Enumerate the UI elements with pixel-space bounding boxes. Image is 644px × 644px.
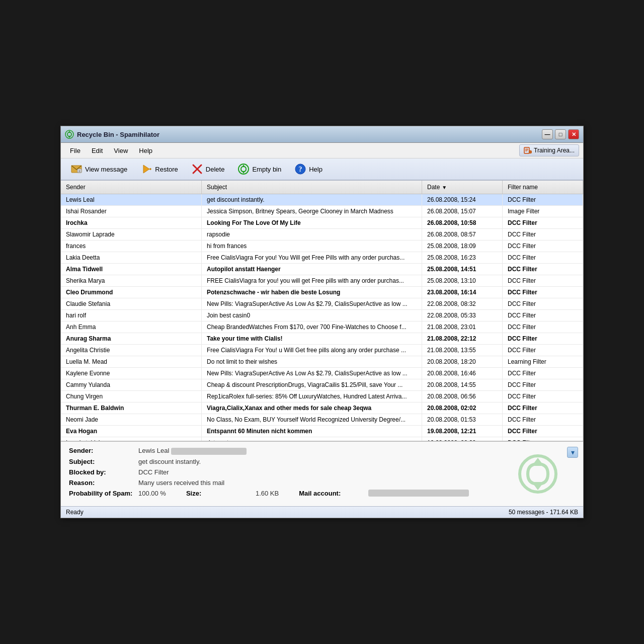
table-row[interactable]: Lennie tabish detcarat 19.08.2008, 08:30…	[61, 437, 583, 441]
size-item: Size: 1.60 KB	[186, 490, 279, 497]
recycle-bin-icon	[65, 130, 74, 139]
email-list-body[interactable]: Lewis Leal get discount instantly. 26.08…	[61, 194, 583, 441]
table-row[interactable]: Angelita Christie Free CialisViagra For …	[61, 345, 583, 356]
svg-marker-22	[532, 482, 544, 490]
svg-rect-3	[524, 147, 529, 153]
cell-date: 20.08.2008, 14:55	[422, 379, 503, 390]
cell-sender: Sherika Marya	[61, 275, 202, 286]
size-value: 1.60 KB	[256, 490, 279, 497]
header-date[interactable]: Date ▼	[422, 181, 503, 194]
cell-subject: Free CialisViagra For You! u Will Get fr…	[202, 345, 422, 356]
view-message-button[interactable]: View message	[65, 160, 133, 178]
table-row[interactable]: Lewis Leal get discount instantly. 26.08…	[61, 194, 583, 206]
cell-sender: Luella M. Mead	[61, 356, 202, 367]
reason-label: Reason:	[69, 479, 134, 487]
cell-sender: frances	[61, 240, 202, 252]
header-sender[interactable]: Sender	[61, 181, 202, 194]
cell-subject: get discount instantly.	[202, 194, 422, 205]
close-button[interactable]: ✕	[568, 129, 579, 139]
table-row[interactable]: Chung Virgen Rep1icaRolex full-series: 8…	[61, 391, 583, 403]
cell-date: 23.08.2008, 16:14	[422, 287, 503, 298]
cell-subject: New Pills: ViagraSuperActive As Low As $…	[202, 368, 422, 379]
cell-subject: rapsodie	[202, 229, 422, 240]
table-row[interactable]: Cleo Drummond Potenzschwache - wir haben…	[61, 287, 583, 298]
table-row[interactable]: Luella M. Mead Do not limit to their wis…	[61, 356, 583, 368]
cell-subject: Cheap BrandedWatches From $170, over 700…	[202, 321, 422, 333]
table-row[interactable]: Neomi Jade No Class, No Exam, BUY Yourse…	[61, 414, 583, 426]
header-subject[interactable]: Subject	[202, 181, 422, 194]
cell-date: 21.08.2008, 23:01	[422, 321, 503, 333]
menu-file[interactable]: File	[65, 145, 86, 156]
svg-marker-1	[68, 131, 71, 133]
table-row[interactable]: Ishai Rosander Jessica Simpson, Britney …	[61, 206, 583, 217]
cell-date: 20.08.2008, 01:53	[422, 414, 503, 425]
cell-sender: Thurman E. Baldwin	[61, 403, 202, 414]
view-message-label: View message	[85, 166, 127, 173]
table-row[interactable]: Cammy Yulanda Cheap & discount Prescript…	[61, 379, 583, 391]
view-message-icon	[70, 163, 83, 175]
cell-filter: DCC Filter	[503, 379, 583, 390]
reason-value: Many users received this mail	[138, 479, 224, 487]
table-row[interactable]: Sherika Marya FREE CialisViagra for you!…	[61, 275, 583, 287]
table-row[interactable]: hari rolf Join best casin0 22.08.2008, 0…	[61, 310, 583, 321]
restore-button[interactable]: Restore	[135, 160, 184, 178]
cell-subject: hi from frances	[202, 240, 422, 252]
cell-filter: DCC Filter	[503, 240, 583, 252]
blocked-by-label: Blocked by:	[69, 468, 134, 476]
cell-sender: Slawomir Laprade	[61, 229, 202, 240]
table-row[interactable]: Anurag Sharma Take your time with Cialis…	[61, 333, 583, 345]
cell-sender: Neomi Jade	[61, 414, 202, 425]
cell-date: 22.08.2008, 08:32	[422, 298, 503, 309]
cell-sender: Irochka	[61, 217, 202, 228]
table-row[interactable]: Kaylene Evonne New Pills: ViagraSuperAct…	[61, 368, 583, 379]
cell-subject: FREE CialisViagra for you! you will get …	[202, 275, 422, 286]
menu-bar: File Edit View Help Training Area...	[61, 143, 583, 158]
table-row[interactable]: Eva Hogan Entspannt 60 Minuten nicht kom…	[61, 426, 583, 437]
cell-filter: DCC Filter	[503, 426, 583, 437]
empty-bin-button[interactable]: Empty bin	[232, 160, 287, 178]
subject-value: get discount instantly.	[138, 458, 201, 465]
cell-filter: DCC Filter	[503, 368, 583, 379]
status-text: Ready	[66, 509, 84, 516]
cell-sender: Angelita Christie	[61, 345, 202, 356]
table-row[interactable]: Claudie Stefania New Pills: ViagraSuperA…	[61, 298, 583, 310]
delete-button[interactable]: Delete	[186, 160, 230, 178]
cell-sender: Alma Tidwell	[61, 264, 202, 275]
cell-subject: Looking For The Love Of My Life	[202, 217, 422, 228]
cell-filter: DCC Filter	[503, 437, 583, 441]
table-row[interactable]: Lakia Deetta Free CialisViagra For you! …	[61, 252, 583, 264]
help-button[interactable]: ? Help	[289, 160, 328, 178]
cell-date: 21.08.2008, 13:55	[422, 345, 503, 356]
menu-edit[interactable]: Edit	[87, 145, 108, 156]
cell-sender: Kaylene Evonne	[61, 368, 202, 379]
table-row[interactable]: Alma Tidwell Autopilot anstatt Haenger 2…	[61, 264, 583, 275]
cell-filter: Image Filter	[503, 206, 583, 217]
cell-filter: DCC Filter	[503, 414, 583, 425]
empty-bin-label: Empty bin	[252, 166, 281, 173]
expand-pane-button[interactable]: ▾	[567, 447, 578, 458]
table-row[interactable]: Anh Emma Cheap BrandedWatches From $170,…	[61, 321, 583, 333]
training-area-button[interactable]: Training Area...	[519, 144, 579, 156]
cell-filter: DCC Filter	[503, 391, 583, 402]
svg-marker-2	[68, 136, 71, 138]
maximize-button[interactable]: □	[555, 129, 566, 139]
cell-subject: Do not limit to their wishes	[202, 356, 422, 367]
title-bar-left: Recycle Bin - Spamihilator	[65, 130, 159, 139]
table-row[interactable]: Irochka Looking For The Love Of My Life …	[61, 217, 583, 229]
cell-subject: detcarat	[202, 437, 422, 441]
subject-label: Subject:	[69, 458, 134, 465]
table-row[interactable]: frances hi from frances 25.08.2008, 18:0…	[61, 240, 583, 252]
detail-subject-row: Subject: get discount instantly.	[69, 458, 575, 465]
table-row[interactable]: Thurman E. Baldwin Viagra,Cialix,Xanax a…	[61, 403, 583, 414]
header-filter[interactable]: Filter name	[503, 181, 583, 194]
menu-view[interactable]: View	[109, 145, 133, 156]
menu-help[interactable]: Help	[134, 145, 157, 156]
table-row[interactable]: Slawomir Laprade rapsodie 26.08.2008, 08…	[61, 229, 583, 240]
cell-filter: DCC Filter	[503, 403, 583, 414]
cell-subject: Take your time with Cialis!	[202, 333, 422, 344]
svg-marker-21	[532, 458, 544, 466]
cell-sender: hari rolf	[61, 310, 202, 321]
cell-subject: Free CialisViagra For you! You Will get …	[202, 252, 422, 263]
restore-label: Restore	[155, 166, 178, 173]
minimize-button[interactable]: —	[542, 129, 553, 139]
